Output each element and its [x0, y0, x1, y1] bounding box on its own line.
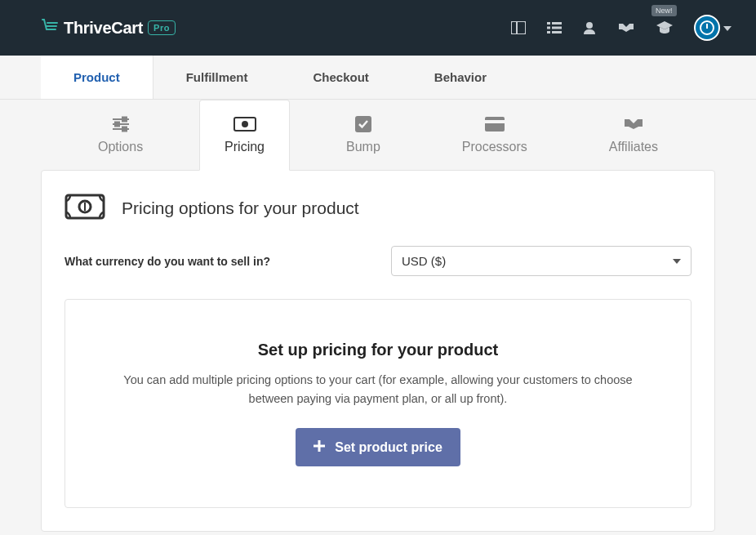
subtab-bump[interactable]: Bump [321, 100, 406, 170]
svg-rect-15 [115, 123, 119, 127]
logo-text: ThriveCart [64, 19, 143, 38]
svg-rect-3 [552, 22, 562, 25]
svg-rect-4 [547, 27, 550, 29]
list-icon[interactable] [547, 22, 562, 33]
subtab-pricing[interactable]: Pricing [199, 100, 290, 171]
card-icon [462, 115, 527, 133]
svg-rect-21 [485, 120, 505, 123]
money-bill-icon [64, 194, 105, 223]
button-label: Set product price [335, 440, 442, 455]
panel-header: Pricing options for your product [64, 194, 692, 223]
currency-select[interactable]: USD ($) [391, 246, 692, 276]
tab-behavior[interactable]: Behavior [402, 56, 519, 99]
subtab-affiliates[interactable]: Affiliates [584, 100, 683, 170]
logo-mark-icon [41, 18, 59, 38]
new-badge: New! [651, 5, 677, 16]
main-tabs: Product Fulfillment Checkout Behavior [0, 56, 756, 100]
graduation-icon[interactable]: New! [656, 21, 673, 34]
svg-rect-16 [122, 127, 127, 132]
logo[interactable]: ThriveCart Pro [41, 18, 176, 38]
subtab-options[interactable]: Options [73, 100, 168, 170]
svg-rect-6 [547, 31, 550, 33]
panel-title: Pricing options for your product [122, 198, 359, 218]
topbar-icons: New! [511, 15, 732, 41]
setup-pricing-box: Set up pricing for your product You can … [64, 299, 692, 508]
setup-title: Set up pricing for your product [98, 341, 658, 359]
currency-label: What currency do you want to sell in? [64, 255, 375, 268]
checkbox-icon [346, 115, 380, 133]
svg-point-18 [242, 121, 248, 127]
plus-icon [314, 439, 325, 456]
subtab-label: Bump [346, 140, 380, 154]
svg-rect-2 [547, 22, 550, 25]
sub-tabs: Options Pricing Bump Processors Affiliat… [41, 100, 715, 170]
pro-badge: Pro [148, 20, 176, 35]
svg-rect-5 [552, 27, 562, 29]
tab-fulfillment[interactable]: Fulfillment [153, 56, 281, 99]
tab-product[interactable]: Product [41, 56, 153, 99]
currency-row: What currency do you want to sell in? US… [64, 246, 692, 276]
svg-rect-10 [706, 24, 708, 29]
set-product-price-button[interactable]: Set product price [296, 428, 460, 466]
pricing-panel: Pricing options for your product What cu… [41, 170, 715, 532]
user-icon[interactable] [583, 21, 596, 34]
subtab-processors[interactable]: Processors [437, 100, 553, 170]
svg-point-8 [586, 22, 593, 29]
svg-rect-20 [485, 117, 505, 132]
chevron-down-icon [723, 24, 732, 33]
tab-checkout[interactable]: Checkout [281, 56, 402, 99]
topbar: ThriveCart Pro New! [0, 0, 756, 56]
layout-icon[interactable] [511, 21, 526, 34]
affiliates-icon [609, 115, 658, 133]
subtab-label: Options [98, 140, 143, 154]
container: Options Pricing Bump Processors Affiliat… [0, 100, 756, 535]
svg-rect-7 [552, 31, 562, 33]
setup-description: You can add multiple pricing options to … [109, 371, 647, 408]
subtab-label: Processors [462, 140, 527, 154]
svg-rect-14 [122, 118, 127, 122]
avatar [694, 15, 720, 41]
sliders-icon [98, 115, 143, 133]
user-menu[interactable] [694, 15, 732, 41]
subtab-label: Affiliates [609, 140, 658, 154]
svg-rect-0 [511, 21, 526, 34]
handshake-icon[interactable] [617, 22, 635, 33]
money-icon [225, 115, 265, 133]
subtab-label: Pricing [225, 140, 265, 154]
